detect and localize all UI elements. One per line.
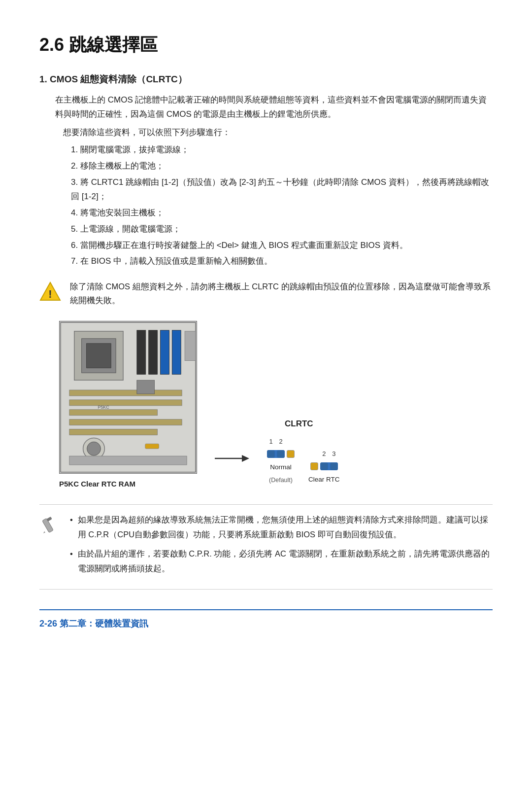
- clrtc-section: CLRTC 1 2: [267, 417, 340, 490]
- footer-text: 2-26 第二章：硬體裝置資訊: [39, 616, 148, 631]
- svg-rect-14: [69, 429, 158, 435]
- note-bullet-1: • 如果您是因為超頻的緣故導致系統無法正常開機，您無須使用上述的組態資料清除方式…: [70, 513, 493, 542]
- note-text: • 如果您是因為超頻的緣故導致系統無法正常開機，您無須使用上述的組態資料清除方式…: [70, 513, 493, 581]
- note-bullet-2: • 由於晶片組的運作，若要啟動 C.P.R. 功能，必須先將 AC 電源關閉，在…: [70, 547, 493, 576]
- step-6: 6. 當開機步驟正在進行時按著鍵盤上的 <Del> 鍵進入 BIOS 程式畫面重…: [71, 239, 493, 253]
- svg-rect-7: [149, 330, 158, 374]
- svg-rect-5: [87, 344, 111, 368]
- svg-rect-15: [137, 381, 155, 394]
- warning-text: 除了清除 CMOS 組態資料之外，請勿將主機板上 CLRTC 的跳線帽由預設值的…: [70, 279, 493, 307]
- svg-rect-12: [69, 410, 158, 416]
- diagram-area: P5KC P5KC Clear RTC RAM CLRTC 1 2: [59, 321, 493, 490]
- jumper-clear-pins: [310, 462, 338, 470]
- jumper-normal-label: Normal: [270, 462, 292, 473]
- jumper-diagram: 1 2 Normal (Default): [267, 436, 340, 486]
- svg-rect-6: [137, 330, 146, 374]
- svg-rect-20: [69, 456, 187, 465]
- jumper-normal: 1 2 Normal (Default): [267, 436, 295, 486]
- step-1: 1. 關閉電腦電源，拔掉電源線；: [71, 143, 493, 157]
- steps-intro: 想要清除這些資料，可以依照下列步驟進行：: [63, 126, 493, 140]
- jumper-clear: 2 3 Clear RTC: [308, 449, 340, 486]
- warning-icon: !: [39, 280, 61, 302]
- step-3: 3. 將 CLRTC1 跳線帽由 [1-2]（預設值）改為 [2-3] 約五～十…: [71, 175, 493, 204]
- motherboard-diagram: P5KC P5KC Clear RTC RAM: [59, 321, 197, 490]
- svg-rect-8: [161, 330, 169, 374]
- paragraph-1: 在主機板上的 CMOS 記憶體中記載著正確的時間與系統硬體組態等資料，這些資料並…: [55, 93, 493, 122]
- svg-rect-19: [185, 331, 196, 361]
- section-title: 1. CMOS 組態資料清除（CLRTC）: [39, 71, 493, 87]
- mb-label: P5KC Clear RTC RAM: [59, 478, 135, 490]
- jumper-clear-nums: 2 3: [310, 449, 338, 459]
- warning-box: ! 除了清除 CMOS 組態資料之外，請勿將主機板上 CLRTC 的跳線帽由預設…: [39, 279, 493, 307]
- svg-text:!: !: [48, 288, 52, 300]
- svg-rect-10: [69, 390, 182, 396]
- svg-rect-13: [69, 419, 182, 425]
- svg-rect-21: [145, 444, 159, 449]
- jumper-normal-pins: [267, 450, 295, 458]
- jumper-normal-nums: 1 2: [267, 436, 295, 447]
- step-5: 5. 上電源線，開啟電腦電源；: [71, 222, 493, 237]
- motherboard-svg: P5KC: [59, 321, 197, 474]
- svg-text:P5KC: P5KC: [98, 405, 109, 410]
- clrtc-label: CLRTC: [285, 417, 313, 431]
- footer-bar: 2-26 第二章：硬體裝置資訊: [39, 609, 493, 631]
- jumper-normal-sublabel: (Default): [269, 475, 293, 486]
- step-4: 4. 將電池安裝回主機板；: [71, 206, 493, 220]
- note-box: • 如果您是因為超頻的緣故導致系統無法正常開機，您無須使用上述的組態資料清除方式…: [39, 504, 493, 590]
- svg-rect-9: [172, 330, 181, 374]
- arrow-svg: [215, 451, 249, 466]
- page-title: 2.6 跳線選擇區: [39, 30, 493, 60]
- svg-rect-11: [69, 400, 182, 406]
- step-7: 7. 在 BIOS 中，請載入預設值或是重新輸入相關數值。: [71, 254, 493, 269]
- note-icon: [39, 515, 61, 536]
- jumper-clear-label: Clear RTC: [308, 474, 340, 486]
- svg-marker-23: [242, 455, 249, 462]
- step-2: 2. 移除主機板上的電池；: [71, 159, 493, 174]
- svg-point-17: [87, 442, 101, 456]
